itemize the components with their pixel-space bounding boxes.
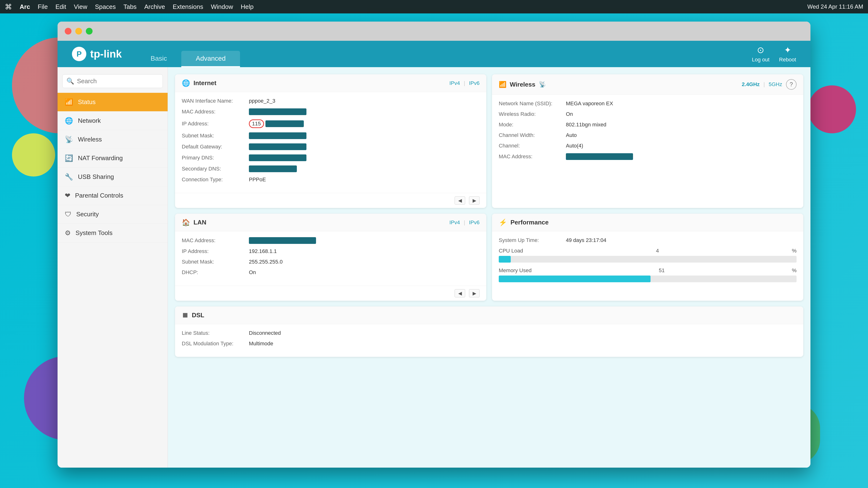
lan-card: 🏠 LAN IPv4 | IPv6 MAC Address: [175, 214, 486, 301]
security-icon: 🛡 [65, 210, 71, 218]
wireless-card: 📶 Wireless 📡 2.4GHz | 5GHz ? [492, 74, 803, 208]
radio-label: Wireless Radio: [499, 111, 566, 117]
cpu-percent: 4 [656, 248, 659, 254]
memory-row: Memory Used 51% [499, 267, 797, 282]
performance-card: ⚡ Performance System Up Time: 49 days 23… [492, 214, 803, 301]
lan-ipv6-tab[interactable]: IPv6 [469, 219, 479, 226]
dsl-icon: ⏹ [182, 311, 188, 319]
menu-view[interactable]: View [74, 3, 87, 10]
usb-icon: 🔧 [65, 173, 73, 181]
internet-prev-btn[interactable]: ◀ [455, 196, 465, 205]
sidebar-item-usb[interactable]: 🔧 USB Sharing [58, 167, 167, 186]
logo-text: tp-link [90, 48, 122, 60]
wireless-help-icon[interactable]: ? [786, 79, 797, 90]
internet-card-header: 🌐 Internet IPv4 | IPv6 [175, 74, 486, 92]
memory-label: Memory Used [499, 267, 532, 274]
traffic-light-minimize[interactable] [75, 28, 82, 34]
tab-basic[interactable]: Basic [136, 51, 181, 67]
router-ui: P tp-link Basic Advanced ⊙ Log out ✦ Reb… [58, 41, 810, 468]
lan-ipv4-tab[interactable]: IPv4 [450, 219, 460, 226]
wallpaper-blob-5 [808, 85, 856, 133]
sidebar-label-parental: Parental Controls [75, 192, 123, 199]
wallpaper-blob-6 [12, 133, 55, 177]
primary-dns-label: Primary DNS: [182, 155, 249, 161]
mode-value: 802.11bgn mixed [566, 122, 607, 128]
traffic-light-fullscreen[interactable] [86, 28, 93, 34]
uptime-value: 49 days 23:17:04 [566, 237, 607, 243]
menu-spaces[interactable]: Spaces [95, 3, 116, 10]
mode-label: Mode: [499, 122, 566, 128]
reboot-icon: ✦ [784, 45, 791, 55]
sidebar-item-network[interactable]: 🌐 Network [58, 112, 167, 130]
lan-ip-value: 192.168.1.1 [249, 248, 277, 254]
performance-icon: ⚡ [499, 218, 507, 226]
traffic-light-close[interactable] [65, 28, 71, 34]
menu-help[interactable]: Help [241, 3, 253, 10]
reboot-button[interactable]: ✦ Reboot [779, 45, 796, 63]
wifi-icon: 📶 [499, 81, 506, 88]
internet-next-btn[interactable]: ▶ [469, 196, 479, 205]
ssid-value: MEGA vaporeon EX [566, 100, 613, 107]
mac-label: MAC Address: [182, 109, 249, 115]
cpu-row: CPU Load 4% [499, 248, 797, 263]
memory-percent: 51 [659, 267, 664, 274]
apple-menu[interactable]: ⌘ [5, 3, 12, 11]
internet-ipv4-tab[interactable]: IPv4 [450, 80, 460, 86]
logout-button[interactable]: ⊙ Log out [752, 45, 770, 63]
line-status-label: Line Status: [182, 330, 249, 336]
sidebar-item-status[interactable]: 📶 Status [58, 93, 167, 112]
lan-prev-btn[interactable]: ◀ [455, 289, 465, 297]
sidebar-item-security[interactable]: 🛡 Security [58, 205, 167, 224]
memory-bar-container [499, 276, 797, 282]
freq-24-tab[interactable]: 2.4GHz [742, 81, 760, 88]
sidebar-label-security: Security [76, 211, 99, 218]
subnet-bar [249, 132, 306, 139]
menu-file[interactable]: File [38, 3, 48, 10]
channel-label: Channel: [499, 143, 566, 149]
sidebar-item-parental[interactable]: ❤ Parental Controls [58, 186, 167, 205]
menu-archive[interactable]: Archive [144, 3, 165, 10]
sidebar-item-tools[interactable]: ⚙ System Tools [58, 224, 167, 242]
search-input[interactable] [77, 78, 159, 85]
top-nav: P tp-link Basic Advanced ⊙ Log out ✦ Reb… [58, 41, 810, 67]
subnet-row: Subnet Mask: [182, 132, 479, 139]
internet-ipv6-tab[interactable]: IPv6 [469, 80, 479, 86]
network-icon: 🌐 [65, 117, 73, 125]
wireless-title-text: Wireless [510, 81, 535, 88]
performance-card-header: ⚡ Performance [492, 214, 803, 232]
tab-advanced[interactable]: Advanced [181, 51, 240, 67]
wan-interface-row: WAN Interface Name: pppoe_2_3 [182, 98, 479, 104]
logo-icon: P [72, 47, 86, 61]
performance-card-title: ⚡ Performance [499, 218, 549, 226]
dhcp-label: DHCP: [182, 269, 249, 276]
menu-extensions[interactable]: Extensions [173, 3, 203, 10]
dhcp-value: On [249, 269, 256, 276]
freq-5-tab[interactable]: 5GHz [769, 81, 782, 88]
wireless-card-title: 📶 Wireless 📡 [499, 81, 546, 88]
menu-edit[interactable]: Edit [55, 3, 66, 10]
secondary-dns-label: Secondary DNS: [182, 166, 249, 172]
line-status-row: Line Status: Disconnected [182, 330, 797, 336]
lan-next-btn[interactable]: ▶ [469, 289, 479, 297]
internet-card: 🌐 Internet IPv4 | IPv6 WAN Interf [175, 74, 486, 208]
datetime-display: Wed 24 Apr 11:16 AM [807, 3, 863, 10]
channel-row: Channel: Auto(4) [499, 143, 797, 149]
menu-tabs[interactable]: Tabs [123, 3, 137, 10]
sidebar-item-wireless[interactable]: 📡 Wireless [58, 130, 167, 149]
tools-icon: ⚙ [65, 229, 71, 237]
wireless-card-body: Network Name (SSID): MEGA vaporeon EX Wi… [492, 95, 803, 170]
menu-window[interactable]: Window [211, 3, 233, 10]
lan-subnet-label: Subnet Mask: [182, 259, 249, 265]
wan-interface-value: pppoe_2_3 [249, 98, 275, 104]
channel-width-value: Auto [566, 132, 577, 139]
primary-dns-row: Primary DNS: [182, 154, 479, 161]
sidebar-label-network: Network [78, 117, 101, 124]
menu-arc[interactable]: Arc [20, 3, 30, 10]
search-box[interactable]: 🔍 [62, 74, 163, 88]
lan-card-tabs: IPv4 | IPv6 [450, 219, 479, 226]
ssid-row: Network Name (SSID): MEGA vaporeon EX [499, 100, 797, 107]
sidebar: 🔍 📶 Status 🌐 Network 📡 Wireless 🔄 [58, 67, 168, 468]
sidebar-item-nat[interactable]: 🔄 NAT Forwarding [58, 149, 167, 167]
cpu-bar-fill [499, 256, 511, 263]
gateway-bar [249, 144, 306, 150]
